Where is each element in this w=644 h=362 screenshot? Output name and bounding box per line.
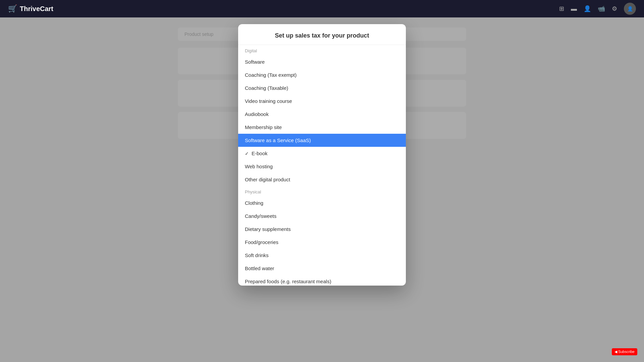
video-icon[interactable]: 📹 <box>598 5 605 12</box>
grid-icon[interactable]: ⊞ <box>559 5 564 12</box>
dropdown-item-saas[interactable]: Software as a Service (SaaS) <box>238 134 406 147</box>
youtube-badge: ◀ Subscribe <box>612 348 637 355</box>
dropdown-item-ebook[interactable]: E-book <box>238 147 406 160</box>
user-avatar[interactable]: 👤 <box>624 3 636 15</box>
dropdown-item-candy[interactable]: Candy/sweets <box>238 209 406 223</box>
modal-header: Set up sales tax for your product <box>238 24 406 45</box>
nav-actions: ⊞ ▬ 👤 📹 ⚙ 👤 <box>559 3 636 15</box>
logo-icon: 🛒 <box>8 4 17 13</box>
group-label-physical: Physical <box>238 186 406 196</box>
group-label-digital: Digital <box>238 45 406 55</box>
logo[interactable]: 🛒 ThriveCart <box>8 4 53 13</box>
card-icon[interactable]: ▬ <box>571 5 577 12</box>
product-type-list[interactable]: DigitalSoftwareCoaching (Tax exempt)Coac… <box>238 45 406 286</box>
dropdown-item-bottled-water[interactable]: Bottled water <box>238 262 406 275</box>
dropdown-item-video-training[interactable]: Video training course <box>238 95 406 108</box>
settings-icon[interactable]: ⚙ <box>612 5 617 12</box>
sales-tax-modal: Set up sales tax for your product Digita… <box>238 24 406 286</box>
modal-overlay: Set up sales tax for your product Digita… <box>0 17 644 362</box>
dropdown-item-dietary[interactable]: Dietary supplements <box>238 223 406 236</box>
dropdown-item-soft-drinks[interactable]: Soft drinks <box>238 249 406 262</box>
dropdown-item-software[interactable]: Software <box>238 55 406 68</box>
dropdown-item-other-digital[interactable]: Other digital product <box>238 173 406 186</box>
top-navigation: 🛒 ThriveCart ⊞ ▬ 👤 📹 ⚙ 👤 <box>0 0 644 17</box>
dropdown-item-food[interactable]: Food/groceries <box>238 236 406 249</box>
dropdown-item-clothing[interactable]: Clothing <box>238 196 406 209</box>
dropdown-item-prepared-foods[interactable]: Prepared foods (e.g. restaurant meals) <box>238 275 406 286</box>
modal-title: Set up sales tax for your product <box>246 32 398 39</box>
user-icon[interactable]: 👤 <box>584 5 591 12</box>
dropdown-item-web-hosting[interactable]: Web hosting <box>238 160 406 173</box>
dropdown-item-audiobook[interactable]: Audiobook <box>238 108 406 121</box>
dropdown-item-membership-site[interactable]: Membership site <box>238 121 406 134</box>
dropdown-item-coaching-taxable[interactable]: Coaching (Taxable) <box>238 81 406 95</box>
dropdown-item-coaching-exempt[interactable]: Coaching (Tax exempt) <box>238 68 406 81</box>
logo-text: ThriveCart <box>20 5 53 13</box>
